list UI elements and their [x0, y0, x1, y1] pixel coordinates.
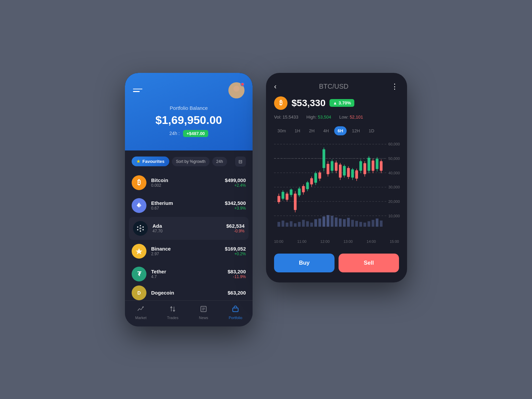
x-label-1100: 11:00	[297, 239, 307, 243]
crypto-change-binance: +0.2%	[225, 252, 246, 256]
x-label-1400: 14:00	[367, 239, 376, 243]
filter-button[interactable]: ⊟	[235, 157, 246, 167]
candlestick-chart: 60,000 50,000 40,000 30,000 20,000 10,00…	[274, 141, 404, 236]
svg-rect-112	[376, 159, 379, 169]
time-4h[interactable]: 4H	[320, 126, 332, 135]
action-buttons: Buy Sell	[266, 248, 407, 272]
crypto-price-col-bitcoin: $499,000 +2.4%	[225, 177, 246, 188]
trades-icon	[169, 305, 176, 314]
svg-rect-61	[376, 218, 379, 226]
crypto-price-ethereum: $342,500	[225, 200, 246, 206]
x-axis: 10:00 11:00 12:00 13:00 14:00 15:00	[266, 237, 407, 248]
svg-point-2	[233, 86, 239, 92]
change-badge: ▲ 3.70%	[329, 99, 354, 107]
svg-rect-60	[372, 220, 374, 226]
svg-rect-38	[281, 220, 284, 226]
crypto-name-binance: Binance	[151, 246, 220, 252]
crypto-item-dogecoin[interactable]: D Dogecoin $63,200	[125, 285, 253, 300]
more-options-button[interactable]: ⋮	[391, 82, 399, 91]
nav-portfolio[interactable]: Portfolio	[229, 305, 242, 320]
svg-rect-55	[351, 220, 354, 226]
news-label: News	[199, 316, 208, 320]
crypto-list-section: ★ Favourites Sort by %growth 24h ⊟ ₿ Bit…	[125, 150, 253, 300]
coin-price-large: $53,330	[292, 98, 325, 108]
svg-point-12	[137, 229, 138, 230]
chart-title-main: BTC	[319, 83, 332, 90]
svg-rect-102	[355, 170, 358, 178]
crypto-name-ada: Ada	[152, 223, 222, 229]
crypto-change-tether: -11.9%	[228, 274, 246, 279]
svg-point-10	[137, 226, 138, 228]
crypto-item-bitcoin[interactable]: ₿ Bitcoin 0.002 $499,000 +2.4%	[125, 171, 253, 194]
svg-rect-106	[363, 163, 366, 174]
avatar[interactable]	[228, 82, 245, 98]
svg-rect-52	[339, 218, 342, 226]
portfolio-change-badge: +$487.00	[183, 130, 208, 137]
svg-rect-108	[367, 158, 370, 171]
svg-point-16	[142, 306, 144, 308]
svg-rect-78	[306, 182, 309, 189]
crypto-item-ada[interactable]: Ada 47.70 $62,534 -0.9%	[129, 217, 249, 240]
nav-market[interactable]: Market	[135, 305, 147, 320]
svg-point-11	[142, 226, 144, 228]
favourites-button[interactable]: ★ Favourites	[132, 157, 169, 166]
svg-rect-100	[351, 169, 354, 177]
chart-title: BTC/USD	[319, 83, 349, 90]
svg-rect-76	[302, 186, 305, 192]
crypto-item-ethereum[interactable]: Etherium 0.67 $342,500 +3.9%	[125, 194, 253, 217]
svg-rect-90	[331, 161, 334, 170]
svg-rect-42	[298, 222, 301, 226]
svg-rect-98	[347, 168, 350, 177]
crypto-info-binance: Binance 2.97	[151, 246, 220, 256]
sell-button[interactable]: Sell	[339, 254, 399, 272]
svg-rect-62	[380, 220, 383, 226]
nav-trades[interactable]: Trades	[167, 305, 178, 320]
crypto-price-bitcoin: $499,000	[225, 177, 246, 183]
svg-rect-23	[233, 308, 238, 312]
crypto-price-dogecoin: $63,200	[228, 290, 246, 296]
time-12h[interactable]: 12H	[349, 126, 363, 135]
time-6h[interactable]: 6H	[334, 126, 347, 135]
svg-point-0	[230, 92, 242, 98]
crypto-item-tether[interactable]: ₮ Tether 4.7 $83,200 -11.9%	[125, 263, 253, 285]
hamburger-menu[interactable]	[133, 89, 142, 92]
bottom-nav: Market Trades	[125, 300, 253, 326]
crypto-info-ethereum: Etherium 0.67	[151, 200, 220, 211]
svg-point-14	[139, 227, 141, 229]
crypto-name-tether: Tether	[151, 269, 223, 274]
notification-dot	[240, 82, 245, 86]
svg-rect-40	[290, 221, 293, 226]
svg-rect-47	[318, 218, 321, 226]
filter-row: ★ Favourites Sort by %growth 24h ⊟	[125, 150, 253, 171]
high-item: High: 53,504	[306, 115, 331, 120]
crypto-item-binance[interactable]: Binance 2.97 $169,052 +0.2%	[125, 240, 253, 263]
x-label-1500: 15:00	[390, 239, 399, 243]
period-button[interactable]: 24h	[212, 157, 227, 166]
crypto-amount-ethereum: 0.67	[151, 206, 220, 211]
svg-rect-66	[281, 192, 284, 198]
x-label-1300: 13:00	[344, 239, 353, 243]
svg-rect-59	[367, 221, 370, 226]
volume-row: Vol: 15.5433 High: 53,504 Low: 52,101	[266, 115, 407, 126]
svg-rect-96	[343, 166, 346, 175]
crypto-change-bitcoin: +2.4%	[225, 183, 246, 188]
time-1h[interactable]: 1H	[291, 126, 304, 135]
time-2h[interactable]: 2H	[306, 126, 318, 135]
time-1d[interactable]: 1D	[365, 126, 378, 135]
time-30m[interactable]: 30m	[274, 126, 289, 135]
back-button[interactable]: ‹	[274, 82, 276, 91]
crypto-name-bitcoin: Bitcoin	[151, 177, 220, 183]
svg-text:40,000: 40,000	[388, 171, 400, 175]
svg-rect-68	[286, 193, 289, 200]
crypto-amount-binance: 2.97	[151, 252, 220, 256]
svg-rect-80	[310, 178, 313, 184]
sort-button[interactable]: Sort by %growth	[172, 157, 210, 166]
svg-point-13	[142, 229, 144, 230]
crypto-info-ada: Ada 47.70	[152, 223, 222, 233]
crypto-price-tether: $83,200	[228, 269, 246, 274]
crypto-price-col-ada: $62,534 -0.9%	[226, 223, 245, 233]
nav-news[interactable]: News	[199, 305, 208, 320]
x-label-1200: 12:00	[320, 239, 330, 243]
star-icon: ★	[136, 159, 140, 164]
buy-button[interactable]: Buy	[274, 254, 335, 272]
